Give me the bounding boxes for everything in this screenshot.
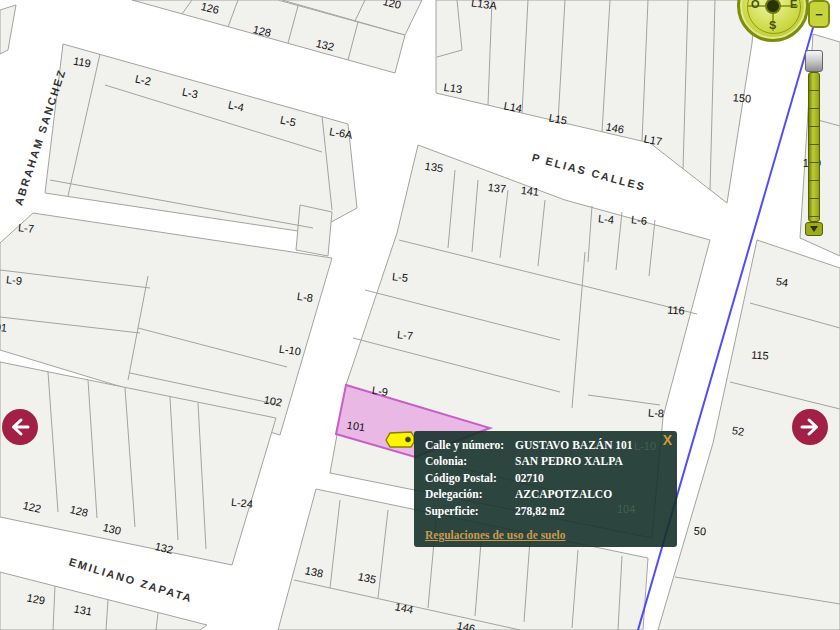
zoom-slider-handle[interactable] [805, 50, 823, 72]
right-arrow-icon [796, 413, 824, 441]
parcel[interactable] [0, 5, 16, 54]
pan-left-button[interactable] [2, 409, 38, 445]
ghost-label: L-10 [634, 440, 656, 452]
compass-point-west[interactable]: O [751, 0, 760, 10]
left-arrow-icon [6, 413, 34, 441]
arrow-down-icon [810, 226, 818, 232]
popup-field-label: Colonia: [425, 455, 513, 468]
pan-right-button[interactable] [792, 409, 828, 445]
popup-field-value: GUSTAVO BAZÁN 101 [515, 439, 633, 452]
compass-point-south[interactable]: S [769, 19, 776, 31]
popup-field-value: SAN PEDRO XALPA [515, 455, 633, 468]
minus-icon: − [815, 8, 823, 21]
popup-close-button[interactable]: X [663, 432, 672, 448]
parcel[interactable] [45, 44, 357, 233]
popup-field-value: 278,82 m2 [515, 505, 633, 518]
popup-field-label: Código Postal: [425, 472, 513, 485]
parcel[interactable] [296, 205, 332, 256]
popup-rows: Calle y número:GUSTAVO BAZÁN 101Colonia:… [425, 439, 633, 518]
zoom-out-button[interactable] [805, 222, 823, 236]
popup-field-value: 02710 [515, 472, 633, 485]
parcel[interactable] [0, 572, 207, 630]
selected-parcel-marker[interactable] [386, 432, 414, 447]
map-canvas[interactable]: 126128132120L13A119L-2L-3L-4L-5L-6AL13L1… [0, 0, 840, 630]
info-popup: L-10104 Calle y número:GUSTAVO BAZÁN 101… [414, 431, 677, 547]
compass-collapse-button[interactable]: − [808, 0, 830, 28]
zoom-slider-track[interactable] [808, 72, 820, 222]
zoom-slider[interactable] [805, 44, 823, 238]
popup-field-label: Calle y número: [425, 439, 513, 452]
popup-field-label: Superficie: [425, 505, 513, 518]
land-use-link[interactable]: Regulaciones de uso de suelo [425, 529, 566, 541]
popup-field-value: AZCAPOTZALCO [515, 488, 633, 501]
popup-field-label: Delegación: [425, 488, 513, 501]
compass-point-east[interactable]: E [790, 0, 797, 10]
